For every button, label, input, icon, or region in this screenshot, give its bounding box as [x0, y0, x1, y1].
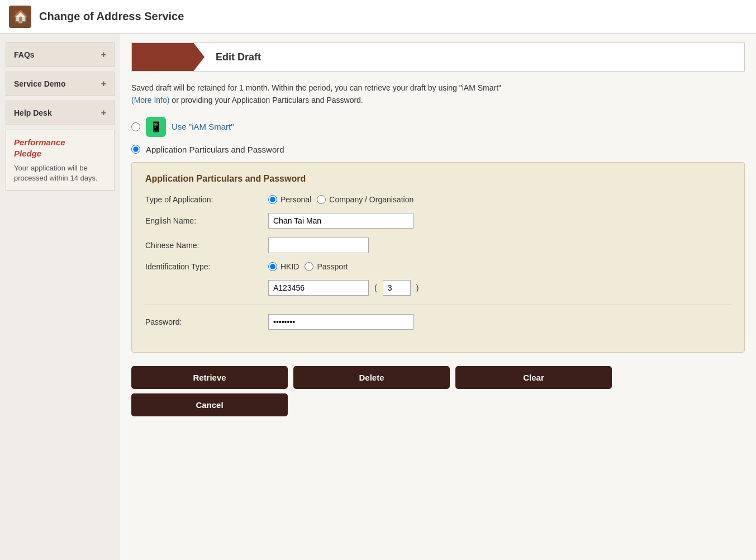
chinese-name-control	[268, 238, 369, 253]
english-name-control	[268, 213, 413, 229]
company-label[interactable]: Company / Organisation	[329, 195, 413, 204]
iam-smart-radio[interactable]	[131, 122, 140, 131]
passport-label[interactable]: Passport	[317, 262, 348, 271]
passport-radio[interactable]	[305, 262, 313, 271]
hkid-radio[interactable]	[268, 262, 277, 271]
iam-smart-option: 📱 Use "iAM Smart"	[131, 117, 745, 137]
password-control	[268, 314, 413, 330]
type-of-application-row: Type of Application: Personal Company / …	[145, 195, 731, 204]
sidebar-item-help-desk[interactable]: Help Desk +	[6, 101, 115, 125]
home-icon: 🏠	[13, 10, 28, 24]
info-text-2: or providing your Application Particular…	[172, 96, 363, 105]
sidebar-service-demo-label: Service Demo	[14, 79, 66, 88]
company-radio[interactable]	[317, 195, 326, 204]
page-title: Change of Address Service	[39, 10, 184, 23]
sidebar-help-desk-label: Help Desk	[14, 108, 52, 117]
app-particulars-title: Application Particulars and Password	[145, 174, 731, 184]
company-radio-group: Company / Organisation	[317, 195, 413, 204]
sidebar-faqs-label: FAQs	[14, 50, 35, 59]
layout: FAQs + Service Demo + Help Desk + Perfor…	[0, 34, 756, 560]
sidebar-item-faqs[interactable]: FAQs +	[6, 42, 115, 67]
english-name-label: English Name:	[145, 216, 268, 225]
hkid-radio-group: HKID	[268, 262, 299, 271]
iam-smart-label[interactable]: Use "iAM Smart"	[172, 122, 234, 131]
type-of-application-label: Type of Application:	[145, 195, 268, 204]
app-particulars-option: Application Particulars and Password	[131, 145, 745, 154]
hkid-label[interactable]: HKID	[280, 262, 299, 271]
sidebar: FAQs + Service Demo + Help Desk + Perfor…	[0, 34, 120, 560]
id-type-label: Identification Type:	[145, 262, 268, 271]
edit-draft-badge	[132, 43, 205, 71]
delete-button[interactable]: Delete	[293, 366, 450, 389]
cancel-button[interactable]: Cancel	[131, 393, 288, 416]
personal-label[interactable]: Personal	[280, 195, 311, 204]
performance-pledge-text: Your application will be processed withi…	[14, 163, 106, 183]
page-header: 🏠 Change of Address Service	[0, 0, 756, 34]
hkid-bracket-open: (	[374, 283, 377, 292]
performance-pledge-title: PerformancePledge	[14, 137, 106, 159]
edit-draft-header: Edit Draft	[131, 42, 745, 72]
service-demo-expand-icon: +	[101, 79, 106, 89]
chinese-name-label: Chinese Name:	[145, 241, 268, 250]
faqs-expand-icon: +	[101, 50, 106, 60]
sidebar-item-service-demo[interactable]: Service Demo +	[6, 72, 115, 96]
info-text-1: Saved draft will be retained for 1 month…	[131, 83, 501, 92]
cancel-buttons-row: Cancel	[131, 393, 745, 416]
performance-pledge-box: PerformancePledge Your application will …	[6, 130, 115, 191]
english-name-row: English Name:	[145, 213, 731, 229]
hkid-number-controls: ( )	[268, 280, 419, 296]
password-label: Password:	[145, 317, 268, 326]
password-input[interactable]	[268, 314, 413, 330]
iam-smart-icon: 📱	[146, 117, 166, 137]
header-icon: 🏠	[9, 6, 31, 28]
personal-radio-group: Personal	[268, 195, 311, 204]
edit-draft-title: Edit Draft	[205, 51, 261, 63]
chinese-name-row: Chinese Name:	[145, 238, 731, 253]
type-of-application-controls: Personal Company / Organisation	[268, 195, 413, 204]
app-particulars-label[interactable]: Application Particulars and Password	[146, 145, 284, 154]
hkid-number-row: ( )	[145, 280, 731, 296]
help-desk-expand-icon: +	[101, 108, 106, 118]
id-type-controls: HKID Passport	[268, 262, 348, 271]
hkid-suffix-input[interactable]	[383, 280, 411, 296]
more-info-link[interactable]: (More Info)	[131, 96, 169, 105]
form-divider	[145, 305, 731, 305]
hkid-number-input[interactable]	[268, 280, 369, 296]
hkid-bracket-close: )	[416, 283, 419, 292]
action-buttons-row: Retrieve Delete Clear	[131, 366, 745, 389]
chinese-name-input[interactable]	[268, 238, 369, 253]
personal-radio[interactable]	[268, 195, 277, 204]
passport-radio-group: Passport	[305, 262, 348, 271]
main-content: Edit Draft Saved draft will be retained …	[120, 34, 756, 560]
info-text: Saved draft will be retained for 1 month…	[131, 82, 745, 107]
clear-button[interactable]: Clear	[455, 366, 612, 389]
retrieve-button[interactable]: Retrieve	[131, 366, 288, 389]
password-row: Password:	[145, 314, 731, 330]
english-name-input[interactable]	[268, 213, 413, 229]
app-particulars-section: Application Particulars and Password Typ…	[131, 162, 745, 353]
app-particulars-radio[interactable]	[131, 145, 140, 154]
id-type-row: Identification Type: HKID Passport	[145, 262, 731, 271]
